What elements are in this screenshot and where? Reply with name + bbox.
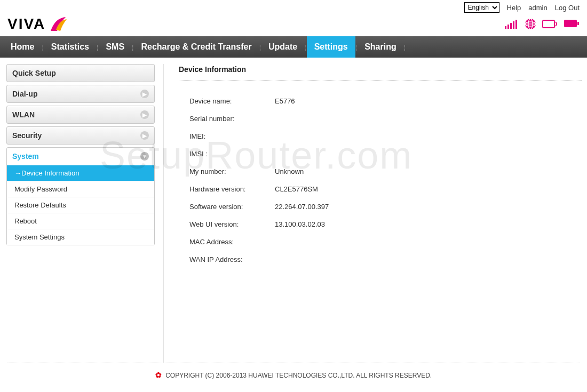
row-serial: Serial number: xyxy=(179,110,582,127)
svg-rect-11 xyxy=(577,22,579,25)
navbar: Home¦ Statistics¦ SMS¦ Recharge & Credit… xyxy=(0,36,587,58)
value-my-number: Unknown xyxy=(275,167,304,175)
sidebar-wlan[interactable]: WLAN▶ xyxy=(7,106,154,123)
nav-recharge[interactable]: Recharge & Credit Transfer xyxy=(133,36,259,58)
user-label: admin xyxy=(528,4,547,12)
battery-icon xyxy=(564,19,580,29)
nav-statistics[interactable]: Statistics xyxy=(44,36,97,58)
nav-update[interactable]: Update xyxy=(261,36,305,58)
sidebar-dial-up[interactable]: Dial-up▶ xyxy=(7,85,154,102)
signal-icon xyxy=(505,19,519,29)
sidebar-wlan-label: WLAN xyxy=(12,110,35,119)
page-title: Device Information xyxy=(179,65,582,81)
header: VIVA xyxy=(0,13,587,36)
svg-rect-3 xyxy=(513,21,514,29)
brand-logo: VIVA xyxy=(7,15,68,33)
sidebar-security-label: Security xyxy=(12,131,42,140)
label-hardware: Hardware version: xyxy=(179,185,275,193)
sidebar-sub-device-info[interactable]: →Device Information xyxy=(7,165,154,181)
label-serial: Serial number: xyxy=(179,115,275,123)
value-device-name: E5776 xyxy=(275,97,295,105)
svg-rect-0 xyxy=(505,26,506,29)
sidebar: Quick Setup Dial-up▶ WLAN▶ Security▶ Sys… xyxy=(6,64,155,363)
row-webui: Web UI version: 13.100.03.02.03 xyxy=(179,215,582,233)
brand-text: VIVA xyxy=(7,15,45,33)
sidebar-system-label: System xyxy=(12,152,39,161)
label-webui: Web UI version: xyxy=(179,220,275,228)
copyright-text: COPYRIGHT (C) 2006-2013 HUAWEI TECHNOLOG… xyxy=(165,372,432,379)
row-hardware: Hardware version: CL2E5776SM xyxy=(179,180,582,198)
label-mac: MAC Address: xyxy=(179,238,275,246)
row-wanip: WAN IP Address: xyxy=(179,251,582,268)
value-software: 22.264.07.00.397 xyxy=(275,203,329,211)
topbar: English Help admin Log Out xyxy=(0,0,587,13)
sidebar-sub-modify-password[interactable]: Modify Password xyxy=(7,181,154,197)
label-wanip: WAN IP Address: xyxy=(179,255,275,263)
nav-sharing[interactable]: Sharing xyxy=(357,36,404,58)
sidebar-quick-setup[interactable]: Quick Setup xyxy=(7,65,154,82)
sidebar-sub-system-settings[interactable]: System Settings xyxy=(7,229,154,245)
chevron-right-icon: ▶ xyxy=(140,110,149,119)
value-hardware: CL2E5776SM xyxy=(275,185,318,193)
svg-rect-4 xyxy=(515,20,517,29)
row-mac: MAC Address: xyxy=(179,233,582,251)
row-imei: IMEI: xyxy=(179,127,582,145)
globe-icon xyxy=(524,18,537,30)
content-panel: SetupRouter.com Device Information Devic… xyxy=(163,64,582,363)
nav-settings[interactable]: Settings xyxy=(307,36,355,58)
footer: ✿ COPYRIGHT (C) 2006-2013 HUAWEI TECHNOL… xyxy=(7,363,580,385)
status-icons xyxy=(505,18,580,30)
value-webui: 13.100.03.02.03 xyxy=(275,220,325,228)
row-device-name: Device name: E5776 xyxy=(179,92,582,110)
nav-sms[interactable]: SMS xyxy=(98,36,132,58)
sidebar-sub-device-info-label: Device Information xyxy=(21,169,79,177)
brand-swoosh-icon xyxy=(50,15,68,33)
wifi-device-icon xyxy=(542,19,558,29)
label-device-name: Device name: xyxy=(179,97,275,105)
label-imei: IMEI: xyxy=(179,132,275,140)
sidebar-quick-setup-label: Quick Setup xyxy=(12,69,56,77)
help-link[interactable]: Help xyxy=(507,4,521,12)
chevron-down-icon: ▼ xyxy=(140,152,149,161)
sidebar-dial-up-label: Dial-up xyxy=(12,90,37,98)
label-software: Software version: xyxy=(179,203,275,211)
huawei-logo-icon: ✿ xyxy=(155,371,162,379)
nav-home[interactable]: Home xyxy=(3,36,42,58)
label-my-number: My number: xyxy=(179,167,275,175)
language-select[interactable]: English xyxy=(464,2,499,13)
sidebar-system[interactable]: System ▼ xyxy=(7,148,154,165)
row-my-number: My number: Unknown xyxy=(179,163,582,180)
sidebar-security[interactable]: Security▶ xyxy=(7,127,154,144)
sidebar-sub-reboot[interactable]: Reboot xyxy=(7,213,154,229)
row-software: Software version: 22.264.07.00.397 xyxy=(179,198,582,215)
svg-rect-2 xyxy=(510,23,512,29)
chevron-right-icon: ▶ xyxy=(140,90,149,98)
chevron-right-icon: ▶ xyxy=(140,131,149,140)
svg-rect-1 xyxy=(507,25,509,29)
sidebar-sub-restore-defaults[interactable]: Restore Defaults xyxy=(7,197,154,213)
row-imsi: IMSI : xyxy=(179,145,582,163)
label-imsi: IMSI : xyxy=(179,150,275,158)
logout-link[interactable]: Log Out xyxy=(555,4,580,12)
svg-rect-10 xyxy=(564,20,577,27)
svg-rect-9 xyxy=(543,20,554,28)
